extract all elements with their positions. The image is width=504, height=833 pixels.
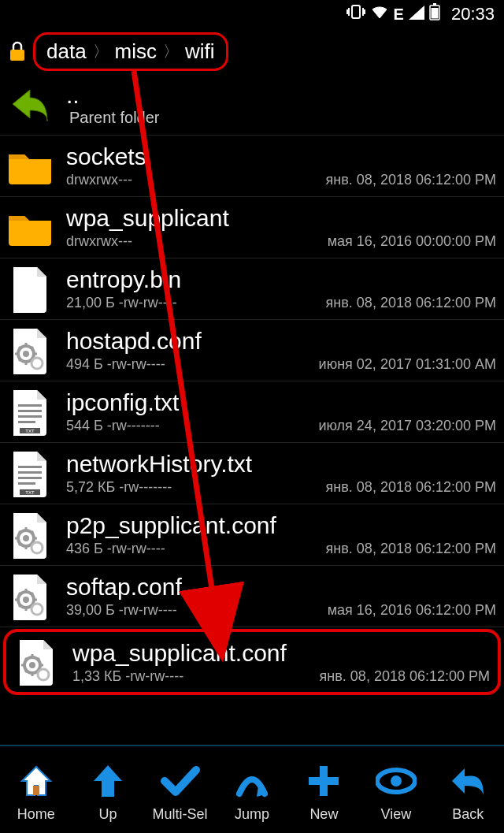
svg-line-14 (32, 347, 33, 348)
file-icon: TXT (5, 448, 55, 499)
svg-line-34 (19, 531, 20, 533)
breadcrumb[interactable]: data 〉 misc 〉 wifi (33, 32, 228, 71)
svg-rect-2 (433, 3, 436, 6)
svg-rect-19 (18, 421, 35, 423)
toolbar-view[interactable]: View (361, 759, 431, 823)
svg-line-13 (19, 359, 20, 361)
svg-rect-16 (18, 404, 42, 407)
chevron-right-icon: 〉 (163, 41, 179, 62)
svg-rect-25 (18, 482, 35, 485)
file-row[interactable]: p2p_supplicant.conf436 Б -rw-rw----янв. … (0, 504, 504, 566)
toolbar-label: Multi-Sel (153, 806, 208, 823)
toolbar-label: New (309, 806, 338, 823)
file-meta: 5,72 КБ -rw------- (66, 479, 172, 496)
toolbar-jump[interactable]: Jump (217, 759, 287, 823)
toolbar-home[interactable]: Home (2, 759, 71, 823)
svg-line-58 (25, 671, 27, 672)
file-meta: drwxrwx--- (66, 233, 132, 250)
file-row[interactable]: wpa_supplicant.conf1,33 КБ -rw-rw----янв… (3, 629, 501, 695)
svg-rect-24 (18, 477, 42, 479)
file-name: networkHistory.txt (66, 451, 496, 478)
toolbar-label: Jump (235, 806, 269, 823)
toolbar-label: Home (17, 806, 55, 823)
svg-text:TXT: TXT (25, 429, 35, 433)
svg-line-37 (32, 531, 33, 533)
breadcrumb-item-misc[interactable]: misc (112, 38, 160, 65)
file-row[interactable]: softap.conf39,00 Б -rw-rw----мая 16, 201… (0, 566, 504, 627)
file-row[interactable]: TXTnetworkHistory.txt5,72 КБ -rw-------я… (0, 443, 504, 504)
file-name: wpa_supplicant.conf (72, 640, 490, 667)
toolbar-label: Up (99, 806, 117, 823)
file-meta: drwxrwx--- (66, 172, 132, 188)
home-icon (14, 759, 58, 803)
svg-rect-18 (18, 415, 42, 418)
file-name: sockets (66, 143, 496, 170)
toolbar-label: View (380, 806, 411, 823)
svg-point-40 (23, 597, 29, 603)
svg-line-36 (19, 544, 20, 545)
parent-label: Parent folder (69, 109, 496, 127)
file-name: softap.conf (66, 574, 496, 601)
file-date: янв. 08, 2018 06:12:00 PM (326, 541, 496, 557)
file-meta: 1,33 КБ -rw-rw---- (72, 668, 183, 685)
check-icon (158, 759, 202, 803)
file-meta: 21,00 Б -rw-rw---- (66, 295, 177, 311)
svg-rect-64 (309, 777, 339, 785)
top-bar: data 〉 misc 〉 wifi (0, 28, 504, 74)
file-icon (5, 571, 55, 622)
file-icon (11, 637, 61, 687)
file-row[interactable]: wpa_supplicantdrwxrwx---мая 16, 2016 00:… (0, 197, 504, 258)
svg-rect-0 (352, 6, 360, 18)
svg-line-59 (38, 658, 39, 660)
file-name: entropy.bin (66, 266, 496, 293)
svg-text:TXT: TXT (25, 490, 35, 495)
file-row[interactable]: socketsdrwxrwx---янв. 08, 2018 06:12:00 … (0, 136, 504, 197)
breadcrumb-item-data[interactable]: data (43, 38, 90, 65)
vibrate-icon (346, 4, 365, 24)
svg-rect-62 (33, 786, 39, 795)
file-icon (5, 264, 55, 314)
file-date: янв. 08, 2018 06:12:00 PM (326, 479, 496, 496)
parent-folder-row[interactable]: .. Parent folder (0, 74, 504, 136)
file-list[interactable]: .. Parent folder socketsdrwxrwx---янв. 0… (0, 74, 504, 745)
svg-rect-4 (10, 50, 24, 61)
svg-line-11 (19, 347, 20, 348)
svg-line-47 (19, 605, 20, 607)
svg-line-45 (19, 593, 20, 594)
status-clock: 20:33 (451, 4, 495, 24)
file-icon: TXT (5, 387, 55, 437)
file-name: ipconfig.txt (66, 389, 496, 416)
chevron-right-icon: 〉 (93, 41, 109, 62)
svg-point-6 (23, 351, 29, 357)
svg-rect-17 (18, 410, 42, 412)
jump-icon (230, 759, 274, 803)
svg-line-48 (32, 593, 33, 594)
back-icon (446, 759, 490, 803)
folder-icon (5, 141, 55, 192)
eye-icon (374, 759, 418, 803)
status-bar: E 20:33 (0, 0, 504, 28)
bottom-toolbar: Home Up Multi-Sel Jump New View Back (0, 745, 504, 833)
battery-icon (429, 3, 440, 25)
signal-icon (409, 4, 424, 24)
file-row[interactable]: entropy.bin21,00 Б -rw-rw----янв. 08, 20… (0, 258, 504, 320)
svg-point-29 (23, 535, 29, 541)
toolbar-back[interactable]: Back (433, 759, 502, 823)
toolbar-new[interactable]: New (289, 759, 358, 823)
network-type: E (394, 6, 404, 24)
wifi-icon (370, 4, 389, 24)
toolbar-multisel[interactable]: Multi-Sel (146, 759, 215, 823)
file-row[interactable]: hostapd.conf494 Б -rw-rw----июня 02, 201… (0, 320, 504, 381)
file-row[interactable]: TXTipconfig.txt544 Б -rw-------июля 24, … (0, 381, 504, 443)
file-icon (5, 510, 55, 560)
plus-icon (302, 759, 346, 803)
svg-line-56 (25, 658, 27, 660)
folder-icon (5, 203, 55, 253)
lock-icon[interactable] (6, 40, 28, 62)
toolbar-up[interactable]: Up (73, 759, 143, 823)
file-name: hostapd.conf (66, 328, 496, 355)
file-date: мая 16, 2016 00:00:00 PM (328, 233, 496, 250)
back-arrow-icon (5, 80, 55, 130)
breadcrumb-item-wifi[interactable]: wifi (182, 38, 218, 65)
file-meta: 39,00 Б -rw-rw---- (66, 602, 177, 619)
